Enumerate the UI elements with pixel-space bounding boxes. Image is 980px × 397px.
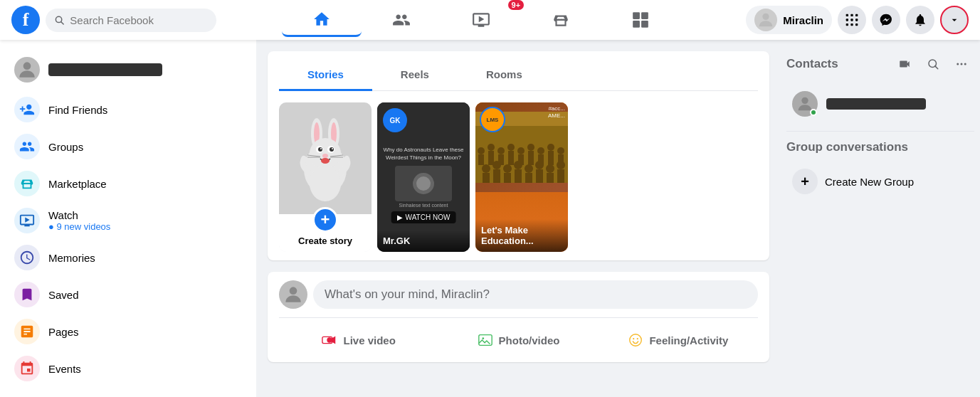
svg-point-43: [503, 164, 512, 173]
stories-card: Stories Reels Rooms: [268, 51, 769, 260]
svg-point-25: [318, 147, 322, 152]
messenger-button[interactable]: [872, 6, 900, 34]
dropdown-button[interactable]: [940, 6, 969, 34]
sidebar-item-saved[interactable]: Saved: [6, 276, 251, 313]
marketplace-nav-button[interactable]: [521, 3, 601, 37]
svg-point-85: [961, 63, 963, 65]
apps-grid-icon: [845, 13, 859, 27]
create-new-group-button[interactable]: + Create New Group: [786, 163, 974, 200]
search-icon: [54, 14, 64, 26]
live-video-label: Live video: [343, 334, 395, 346]
friends-icon: [392, 11, 411, 29]
story-name-education: Let's Make Education...: [481, 225, 562, 246]
groups-nav-button[interactable]: [601, 3, 680, 37]
main-content: Stories Reels Rooms: [256, 40, 781, 397]
sidebar-item-marketplace[interactable]: Marketplace: [6, 165, 251, 202]
profile-button[interactable]: Miraclin: [746, 6, 832, 34]
create-story-bottom: + Create story: [279, 214, 372, 252]
story-card-mrgk[interactable]: Why do Astronauts Leave these Weirdest T…: [377, 102, 470, 252]
svg-rect-54: [557, 169, 564, 183]
svg-point-74: [290, 287, 297, 295]
svg-point-6: [763, 14, 769, 20]
watch-sidebar-icon: [14, 208, 40, 233]
sidebar-item-events[interactable]: Events: [6, 350, 251, 387]
search-bar[interactable]: [46, 9, 216, 32]
tab-rooms[interactable]: Rooms: [458, 60, 551, 91]
sidebar-item-memories[interactable]: Memories: [6, 239, 251, 276]
composer-actions: Live video Photo/video Feeling/Activity: [279, 317, 758, 354]
svg-rect-72: [558, 154, 564, 165]
groups-icon: [631, 11, 650, 29]
svg-rect-12: [855, 18, 858, 21]
left-sidebar: Find Friends Groups Marketplace Watch ● …: [0, 40, 256, 397]
svg-point-29: [322, 154, 328, 158]
top-navigation: f 9+ Miraclin: [0, 0, 980, 40]
sidebar-label: Groups: [48, 141, 83, 153]
svg-rect-64: [518, 154, 524, 165]
facebook-logo[interactable]: f: [11, 6, 40, 34]
svg-point-80: [633, 338, 635, 339]
svg-point-51: [546, 164, 554, 173]
sidebar-item-groups[interactable]: Groups: [6, 128, 251, 165]
composer-input[interactable]: What's on your mind, Miraclin?: [313, 280, 758, 309]
notifications-button[interactable]: [906, 6, 934, 34]
watch-icon: [472, 11, 490, 29]
svg-point-79: [630, 334, 642, 346]
story-card-education[interactable]: LMS #acc...AME... Let's Make Education..…: [475, 102, 568, 252]
svg-point-39: [482, 164, 490, 173]
home-nav-button[interactable]: [282, 3, 362, 37]
contacts-header: Contacts: [786, 51, 974, 77]
svg-rect-66: [528, 151, 534, 165]
tab-stories[interactable]: Stories: [279, 60, 372, 91]
create-story-image: [279, 102, 372, 214]
story-name-mrgk: Mr.GK: [383, 235, 464, 246]
svg-rect-4: [633, 21, 640, 28]
post-composer: What's on your mind, Miraclin? Live vide…: [268, 272, 769, 362]
search-contacts-button[interactable]: [920, 51, 946, 77]
plus-icon: +: [321, 212, 330, 228]
search-input[interactable]: [70, 14, 208, 26]
new-video-call-button[interactable]: [892, 51, 917, 77]
composer-avatar: [279, 280, 307, 309]
sidebar-avatar: [14, 57, 40, 83]
contacts-title: Contacts: [786, 57, 838, 71]
nav-avatar: [754, 9, 777, 31]
story-avatar-education: LMS: [480, 107, 505, 132]
svg-point-63: [517, 147, 525, 154]
contacts-icons: [892, 51, 974, 77]
svg-rect-68: [538, 154, 544, 165]
friends-nav-button[interactable]: [362, 3, 441, 37]
nav-right: Miraclin: [746, 6, 969, 34]
svg-rect-62: [508, 151, 514, 165]
divider: [786, 131, 974, 132]
sidebar-label: Events: [48, 363, 81, 375]
watch-nav-button[interactable]: 9+: [441, 3, 521, 37]
sidebar-label: Marketplace: [48, 178, 107, 190]
sidebar-user[interactable]: [6, 51, 251, 88]
svg-rect-50: [536, 169, 543, 183]
svg-rect-8: [850, 14, 853, 16]
create-plus-button[interactable]: +: [312, 207, 338, 233]
tab-reels[interactable]: Reels: [372, 60, 458, 91]
apps-button[interactable]: [838, 6, 866, 34]
svg-rect-44: [504, 173, 511, 183]
more-contacts-button[interactable]: [949, 51, 974, 77]
search-contacts-icon: [927, 58, 939, 70]
sidebar-item-pages[interactable]: Pages: [6, 313, 251, 350]
svg-point-71: [557, 147, 564, 154]
photo-video-action[interactable]: Photo/video: [438, 327, 598, 354]
svg-point-27: [320, 148, 322, 149]
svg-point-30: [321, 158, 330, 164]
watch-sublabel: ● 9 new videos: [48, 221, 110, 232]
feeling-icon: [628, 332, 643, 348]
live-video-icon: [322, 332, 337, 348]
photo-video-icon: [478, 332, 493, 348]
create-story-card[interactable]: + Create story: [279, 102, 372, 252]
live-video-action[interactable]: Live video: [279, 327, 438, 354]
contact-item[interactable]: [786, 85, 974, 122]
sidebar-item-watch[interactable]: Watch ● 9 new videos: [6, 202, 251, 239]
feeling-action[interactable]: Feeling/Activity: [599, 327, 758, 354]
sidebar-item-find-friends[interactable]: Find Friends: [6, 91, 251, 128]
svg-point-84: [957, 63, 959, 65]
contact-name-bar: [826, 98, 926, 110]
